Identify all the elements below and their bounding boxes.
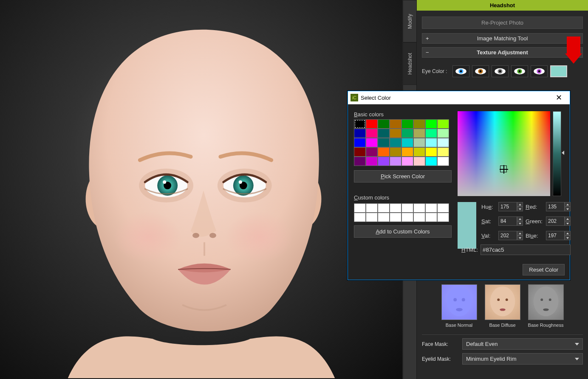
basic-swatch[interactable] [390,157,401,166]
custom-colors-grid[interactable] [354,203,452,222]
basic-swatch[interactable] [425,129,437,138]
annotation-arrow [565,36,582,64]
basic-swatch[interactable] [437,129,449,138]
html-label: HTML: [458,247,478,253]
basic-swatch[interactable] [401,119,413,129]
tex-label: Base Normal [441,323,477,328]
basic-swatch[interactable] [401,129,413,138]
basic-swatch[interactable] [401,147,413,157]
hue-sat-field[interactable] [458,111,550,196]
basic-swatch[interactable] [354,119,366,129]
tab-modify[interactable]: Modify [403,0,416,42]
dialog-titlebar[interactable]: iC Select Color ✕ [348,91,570,104]
face-mask-select[interactable]: Default Even [462,338,583,350]
select-value: Default Even [466,341,498,347]
basic-swatch[interactable] [401,138,413,147]
eye-preset-4[interactable] [511,65,528,77]
basic-swatch[interactable] [378,147,390,157]
hue-label: Hue: [481,204,496,210]
basic-swatch[interactable] [354,129,366,138]
basic-swatch[interactable] [366,138,378,147]
tex-label: Base Roughness [528,323,564,328]
select-color-dialog: iC Select Color ✕ Basic colors Pick Scre… [348,91,570,280]
basic-swatch[interactable] [413,157,425,166]
basic-swatch[interactable] [425,147,437,157]
texture-row: Base Normal Base Diffuse Base Roughness [422,284,583,328]
eye-color-custom[interactable] [550,65,567,77]
basic-swatch[interactable] [425,138,437,147]
svg-point-31 [447,286,472,316]
svg-point-37 [505,298,508,301]
hue-input[interactable] [498,202,523,211]
eye-preset-5[interactable] [531,65,548,77]
add-custom-color-button[interactable]: Add to Custom Colors [354,225,452,238]
val-input[interactable] [498,231,523,240]
eye-preset-3[interactable] [492,65,509,77]
basic-swatch[interactable] [366,129,378,138]
blue-input[interactable] [546,231,571,240]
section-label: Texture Adjustment [426,49,579,56]
basic-swatch[interactable] [390,138,401,147]
tex-label: Base Diffuse [485,323,520,328]
pick-screen-color-button[interactable]: Pick Screen Color [354,170,452,182]
basic-swatch[interactable] [413,119,425,129]
green-label: Green: [526,218,543,225]
chevron-down-icon [575,358,579,360]
eye-preset-1[interactable] [452,65,469,77]
sat-input[interactable] [498,216,523,226]
value-marker[interactable] [562,151,564,155]
reproject-photo-button[interactable]: Re-Project Photo [422,17,583,29]
svg-point-13 [239,180,242,184]
tex-diffuse[interactable]: Base Diffuse [485,284,520,328]
basic-swatch[interactable] [378,138,390,147]
basic-swatch[interactable] [378,119,390,129]
sat-label: Sat: [481,218,496,225]
basic-swatch[interactable] [413,138,425,147]
basic-swatch[interactable] [366,119,378,129]
eye-preset-2[interactable] [472,65,489,77]
basic-colors-grid[interactable] [354,119,452,166]
svg-point-42 [543,309,549,311]
close-button[interactable]: ✕ [550,93,567,102]
basic-swatch[interactable] [425,119,437,129]
section-image-matching[interactable]: + Image Matching Tool [422,33,583,44]
basic-swatch[interactable] [437,157,449,166]
basic-swatch[interactable] [390,119,401,129]
basic-swatch[interactable] [390,147,401,157]
basic-swatch[interactable] [425,157,437,166]
tab-headshot[interactable]: Headshot [403,42,416,85]
green-input[interactable] [546,216,571,226]
tex-rough[interactable]: Base Roughness [528,284,564,328]
basic-swatch[interactable] [437,119,449,129]
hue-cursor[interactable] [500,166,507,172]
svg-point-38 [500,309,506,311]
html-input[interactable] [481,244,571,255]
basic-swatch[interactable] [437,138,449,147]
eyelid-mask-select[interactable]: Minimum Eyelid Rim [462,353,583,365]
red-input[interactable] [546,202,571,211]
eyelid-mask-label: Eyelid Mask: [422,356,462,362]
svg-point-21 [480,70,482,73]
basic-swatch[interactable] [413,147,425,157]
basic-swatch[interactable] [378,129,390,138]
color-preview [458,202,476,249]
reset-color-button[interactable]: Reset Color [523,264,565,275]
viewport-3d[interactable] [0,0,403,379]
basic-swatch[interactable] [390,129,401,138]
basic-swatch[interactable] [378,157,390,166]
value-strip[interactable] [553,111,561,196]
svg-point-41 [548,298,551,301]
basic-swatch[interactable] [354,138,366,147]
chevron-down-icon [575,343,579,345]
basic-swatch[interactable] [437,147,449,157]
basic-swatch[interactable] [401,157,413,166]
basic-swatch[interactable] [413,129,425,138]
basic-swatch[interactable] [354,147,366,157]
svg-point-32 [453,298,457,301]
svg-point-27 [519,70,521,73]
section-texture-adjustment[interactable]: − Texture Adjustment [422,47,583,58]
basic-swatch[interactable] [366,157,378,166]
tex-normal[interactable]: Base Normal [441,284,477,328]
basic-swatch[interactable] [354,157,366,166]
basic-swatch[interactable] [366,147,378,157]
